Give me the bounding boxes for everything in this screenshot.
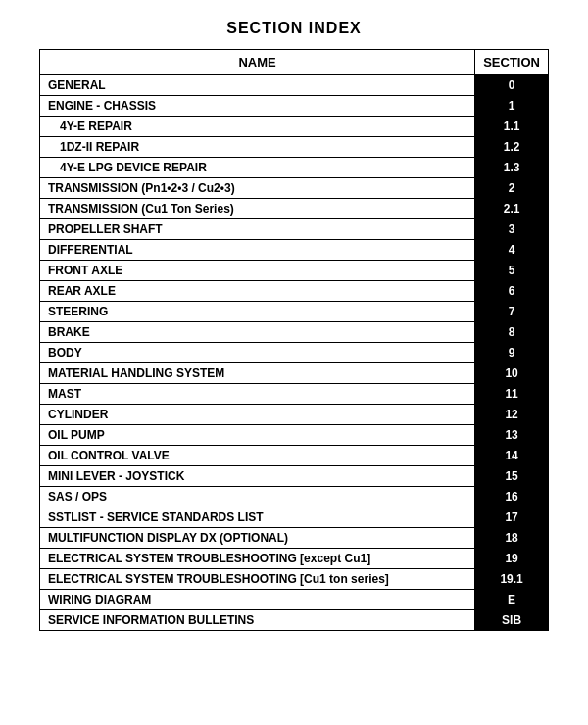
row-name: MAST [40,384,475,405]
table-row: MINI LEVER - JOYSTICK15 [40,466,549,487]
row-name: BODY [40,343,475,363]
table-row: OIL CONTROL VALVE14 [40,446,549,466]
row-section: 15 [475,466,549,487]
row-section: 4 [475,240,549,261]
row-section: 10 [475,363,549,384]
table-row: MAST11 [40,384,549,405]
table-row: BRAKE8 [40,322,549,343]
row-section: 7 [475,302,549,322]
row-name: MULTIFUNCTION DISPLAY DX (OPTIONAL) [40,528,475,549]
row-name: WIRING DIAGRAM [40,590,475,610]
row-section: 12 [475,405,549,425]
row-section: 1.1 [475,117,549,137]
table-row: SAS / OPS16 [40,487,549,508]
row-section: 18 [475,528,549,549]
row-name: 4Y-E LPG DEVICE REPAIR [40,158,475,178]
row-section: SIB [475,610,549,631]
table-row: 4Y-E LPG DEVICE REPAIR1.3 [40,158,549,178]
row-section: 6 [475,281,549,302]
table-row: 4Y-E REPAIR1.1 [40,117,549,137]
table-row: TRANSMISSION (Pn1•2•3 / Cu2•3)2 [40,178,549,199]
table-row: ELECTRICAL SYSTEM TROUBLESHOOTING [Cu1 t… [40,569,549,590]
table-row: BODY9 [40,343,549,363]
row-name: ENGINE - CHASSIS [40,96,475,117]
row-name: PROPELLER SHAFT [40,219,475,240]
row-name: BRAKE [40,322,475,343]
row-section: 19.1 [475,569,549,590]
table-row: PROPELLER SHAFT3 [40,219,549,240]
row-name: SERVICE INFORMATION BULLETINS [40,610,475,631]
row-name: 4Y-E REPAIR [40,117,475,137]
row-name: ELECTRICAL SYSTEM TROUBLESHOOTING [excep… [40,549,475,569]
table-row: WIRING DIAGRAME [40,590,549,610]
table-row: DIFFERENTIAL4 [40,240,549,261]
row-section: 14 [475,446,549,466]
row-name: ELECTRICAL SYSTEM TROUBLESHOOTING [Cu1 t… [40,569,475,590]
table-row: SERVICE INFORMATION BULLETINSSIB [40,610,549,631]
row-name: SSTLIST - SERVICE STANDARDS LIST [40,508,475,528]
table-row: GENERAL0 [40,75,549,96]
row-section: 1.3 [475,158,549,178]
row-name: GENERAL [40,75,475,96]
table-row: STEERING7 [40,302,549,322]
table-row: MULTIFUNCTION DISPLAY DX (OPTIONAL)18 [40,528,549,549]
row-name: MINI LEVER - JOYSTICK [40,466,475,487]
header-section: SECTION [475,50,549,75]
row-section: 16 [475,487,549,508]
row-section: 8 [475,322,549,343]
row-name: SAS / OPS [40,487,475,508]
row-section: 5 [475,261,549,281]
row-section: 2 [475,178,549,199]
row-name: CYLINDER [40,405,475,425]
row-name: 1DZ-II REPAIR [40,137,475,158]
row-section: 1.2 [475,137,549,158]
table-row: ENGINE - CHASSIS1 [40,96,549,117]
row-name: TRANSMISSION (Pn1•2•3 / Cu2•3) [40,178,475,199]
table-row: 1DZ-II REPAIR1.2 [40,137,549,158]
table-row: CYLINDER12 [40,405,549,425]
row-section: 11 [475,384,549,405]
table-row: FRONT AXLE5 [40,261,549,281]
row-name: FRONT AXLE [40,261,475,281]
row-name: TRANSMISSION (Cu1 Ton Series) [40,199,475,219]
table-row: REAR AXLE6 [40,281,549,302]
table-row: MATERIAL HANDLING SYSTEM10 [40,363,549,384]
row-name: MATERIAL HANDLING SYSTEM [40,363,475,384]
row-section: 13 [475,425,549,446]
row-name: OIL CONTROL VALVE [40,446,475,466]
row-section: E [475,590,549,610]
section-index-table: NAME SECTION GENERAL0ENGINE - CHASSIS14Y… [39,49,549,631]
row-section: 3 [475,219,549,240]
row-name: REAR AXLE [40,281,475,302]
table-row: ELECTRICAL SYSTEM TROUBLESHOOTING [excep… [40,549,549,569]
row-section: 17 [475,508,549,528]
row-section: 0 [475,75,549,96]
table-row: TRANSMISSION (Cu1 Ton Series)2.1 [40,199,549,219]
header-name: NAME [40,50,475,75]
row-section: 9 [475,343,549,363]
row-section: 2.1 [475,199,549,219]
row-name: STEERING [40,302,475,322]
row-section: 19 [475,549,549,569]
page-title: SECTION INDEX [39,20,549,37]
table-row: SSTLIST - SERVICE STANDARDS LIST17 [40,508,549,528]
row-section: 1 [475,96,549,117]
row-name: DIFFERENTIAL [40,240,475,261]
row-name: OIL PUMP [40,425,475,446]
table-row: OIL PUMP13 [40,425,549,446]
